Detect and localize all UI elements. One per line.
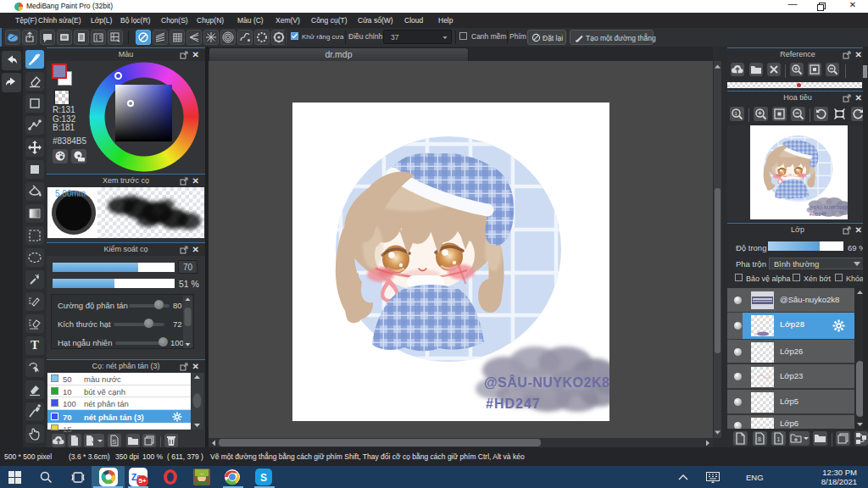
svg-text:1: 1 (777, 436, 781, 442)
svg-text:#HD247: #HD247 (486, 396, 541, 411)
svg-text:8: 8 (758, 436, 761, 442)
svg-text:S: S (112, 438, 116, 446)
svg-text:@SÂU-NUYKO2K8: @SÂU-NUYKO2K8 (484, 374, 609, 390)
svg-text:1: 1 (735, 111, 738, 116)
svg-text:S: S (260, 472, 267, 484)
